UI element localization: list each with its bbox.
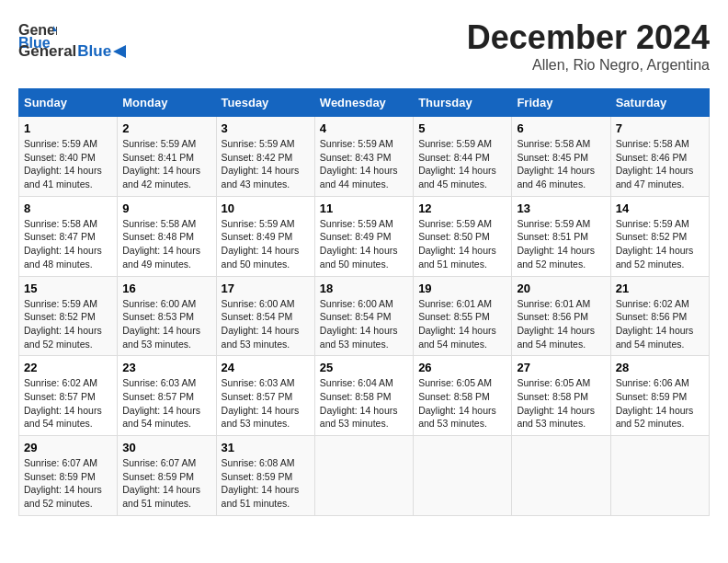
svg-marker-3 (113, 45, 126, 58)
cell-info: Sunrise: 5:59 AMSunset: 8:44 PMDaylight:… (418, 138, 496, 190)
calendar-cell: 8Sunrise: 5:58 AMSunset: 8:47 PMDaylight… (19, 196, 118, 276)
day-number: 22 (24, 361, 112, 374)
header: General Blue General Blue December 2024 … (18, 18, 710, 74)
calendar-header-row: SundayMondayTuesdayWednesdayThursdayFrid… (19, 89, 710, 117)
calendar-cell (610, 436, 709, 516)
calendar-cell: 26Sunrise: 6:05 AMSunset: 8:58 PMDayligh… (414, 356, 512, 436)
calendar-cell: 5Sunrise: 5:59 AMSunset: 8:44 PMDaylight… (414, 117, 512, 197)
week-row-1: 1Sunrise: 5:59 AMSunset: 8:40 PMDaylight… (19, 117, 710, 197)
cell-info: Sunrise: 5:59 AMSunset: 8:49 PMDaylight:… (222, 218, 300, 270)
calendar-cell: 18Sunrise: 6:00 AMSunset: 8:54 PMDayligh… (314, 276, 413, 356)
cell-info: Sunrise: 5:58 AMSunset: 8:48 PMDaylight:… (122, 218, 200, 270)
cell-info: Sunrise: 6:01 AMSunset: 8:56 PMDaylight:… (517, 298, 595, 350)
calendar-cell: 6Sunrise: 5:58 AMSunset: 8:45 PMDaylight… (512, 117, 610, 197)
cell-info: Sunrise: 6:07 AMSunset: 8:59 PMDaylight:… (24, 457, 102, 509)
cell-info: Sunrise: 5:59 AMSunset: 8:43 PMDaylight:… (320, 138, 398, 190)
day-number: 24 (222, 361, 310, 374)
calendar-table: SundayMondayTuesdayWednesdayThursdayFrid… (18, 88, 710, 516)
calendar-cell: 20Sunrise: 6:01 AMSunset: 8:56 PMDayligh… (512, 276, 610, 356)
day-number: 4 (320, 121, 408, 135)
calendar-cell: 3Sunrise: 5:59 AMSunset: 8:42 PMDaylight… (216, 117, 314, 197)
cell-info: Sunrise: 5:59 AMSunset: 8:40 PMDaylight:… (24, 138, 102, 190)
calendar-cell: 19Sunrise: 6:01 AMSunset: 8:55 PMDayligh… (414, 276, 512, 356)
day-number: 25 (320, 361, 408, 374)
calendar-cell: 7Sunrise: 5:58 AMSunset: 8:46 PMDaylight… (610, 117, 709, 197)
day-number: 8 (24, 201, 112, 215)
day-number: 17 (222, 282, 310, 295)
calendar-cell (414, 436, 512, 516)
logo-blue: Blue (77, 42, 111, 61)
day-number: 3 (222, 121, 310, 135)
cell-info: Sunrise: 5:59 AMSunset: 8:49 PMDaylight:… (320, 218, 398, 270)
day-number: 21 (616, 282, 704, 295)
day-number: 29 (24, 441, 112, 454)
calendar-cell: 23Sunrise: 6:03 AMSunset: 8:57 PMDayligh… (118, 356, 216, 436)
week-row-2: 8Sunrise: 5:58 AMSunset: 8:47 PMDaylight… (19, 196, 710, 276)
day-number: 20 (517, 282, 605, 295)
week-row-5: 29Sunrise: 6:07 AMSunset: 8:59 PMDayligh… (19, 436, 710, 516)
day-number: 23 (122, 361, 210, 374)
day-number: 14 (616, 201, 704, 215)
logo-triangle-icon (113, 45, 126, 58)
cell-info: Sunrise: 5:59 AMSunset: 8:52 PMDaylight:… (616, 218, 694, 270)
header-thursday: Thursday (414, 89, 512, 117)
day-number: 12 (418, 201, 506, 215)
logo: General Blue General Blue (18, 18, 126, 61)
calendar-cell: 12Sunrise: 5:59 AMSunset: 8:50 PMDayligh… (414, 196, 512, 276)
page-title: December 2024 (467, 18, 710, 57)
cell-info: Sunrise: 6:01 AMSunset: 8:55 PMDaylight:… (418, 298, 496, 350)
cell-info: Sunrise: 5:59 AMSunset: 8:42 PMDaylight:… (222, 138, 300, 190)
day-number: 7 (616, 121, 704, 135)
day-number: 6 (517, 121, 605, 135)
day-number: 5 (418, 121, 506, 135)
day-number: 2 (122, 121, 210, 135)
cell-info: Sunrise: 6:03 AMSunset: 8:57 PMDaylight:… (122, 377, 200, 429)
day-number: 13 (517, 201, 605, 215)
week-row-3: 15Sunrise: 5:59 AMSunset: 8:52 PMDayligh… (19, 276, 710, 356)
calendar-cell: 11Sunrise: 5:59 AMSunset: 8:49 PMDayligh… (314, 196, 413, 276)
cell-info: Sunrise: 5:59 AMSunset: 8:50 PMDaylight:… (418, 218, 496, 270)
cell-info: Sunrise: 6:05 AMSunset: 8:58 PMDaylight:… (418, 377, 496, 429)
cell-info: Sunrise: 6:00 AMSunset: 8:53 PMDaylight:… (122, 298, 200, 350)
cell-info: Sunrise: 6:07 AMSunset: 8:59 PMDaylight:… (122, 457, 200, 509)
cell-info: Sunrise: 6:06 AMSunset: 8:59 PMDaylight:… (616, 377, 694, 429)
calendar-cell: 17Sunrise: 6:00 AMSunset: 8:54 PMDayligh… (216, 276, 314, 356)
calendar-cell: 15Sunrise: 5:59 AMSunset: 8:52 PMDayligh… (19, 276, 118, 356)
day-number: 1 (24, 121, 112, 135)
calendar-cell: 21Sunrise: 6:02 AMSunset: 8:56 PMDayligh… (610, 276, 709, 356)
calendar-cell: 25Sunrise: 6:04 AMSunset: 8:58 PMDayligh… (314, 356, 413, 436)
calendar-cell (314, 436, 413, 516)
cell-info: Sunrise: 6:04 AMSunset: 8:58 PMDaylight:… (320, 377, 398, 429)
calendar-cell: 22Sunrise: 6:02 AMSunset: 8:57 PMDayligh… (19, 356, 118, 436)
cell-info: Sunrise: 5:59 AMSunset: 8:52 PMDaylight:… (24, 298, 102, 350)
cell-info: Sunrise: 5:58 AMSunset: 8:46 PMDaylight:… (616, 138, 694, 190)
calendar-cell: 4Sunrise: 5:59 AMSunset: 8:43 PMDaylight… (314, 117, 413, 197)
day-number: 19 (418, 282, 506, 295)
calendar-cell: 31Sunrise: 6:08 AMSunset: 8:59 PMDayligh… (216, 436, 314, 516)
cell-info: Sunrise: 6:02 AMSunset: 8:56 PMDaylight:… (616, 298, 694, 350)
day-number: 11 (320, 201, 408, 215)
day-number: 10 (222, 201, 310, 215)
title-area: December 2024 Allen, Rio Negro, Argentin… (467, 18, 710, 74)
header-tuesday: Tuesday (216, 89, 314, 117)
calendar-cell: 14Sunrise: 5:59 AMSunset: 8:52 PMDayligh… (610, 196, 709, 276)
cell-info: Sunrise: 5:58 AMSunset: 8:47 PMDaylight:… (24, 218, 102, 270)
day-number: 27 (517, 361, 605, 374)
day-number: 16 (122, 282, 210, 295)
cell-info: Sunrise: 5:59 AMSunset: 8:51 PMDaylight:… (517, 218, 595, 270)
day-number: 31 (222, 441, 310, 454)
day-number: 18 (320, 282, 408, 295)
page-subtitle: Allen, Rio Negro, Argentina (467, 57, 710, 74)
cell-info: Sunrise: 6:08 AMSunset: 8:59 PMDaylight:… (222, 457, 300, 509)
header-monday: Monday (118, 89, 216, 117)
calendar-cell: 28Sunrise: 6:06 AMSunset: 8:59 PMDayligh… (610, 356, 709, 436)
week-row-4: 22Sunrise: 6:02 AMSunset: 8:57 PMDayligh… (19, 356, 710, 436)
logo-general: General (18, 42, 76, 61)
calendar-cell: 2Sunrise: 5:59 AMSunset: 8:41 PMDaylight… (118, 117, 216, 197)
calendar-cell: 30Sunrise: 6:07 AMSunset: 8:59 PMDayligh… (118, 436, 216, 516)
cell-info: Sunrise: 6:02 AMSunset: 8:57 PMDaylight:… (24, 377, 102, 429)
header-friday: Friday (512, 89, 610, 117)
day-number: 15 (24, 282, 112, 295)
calendar-cell: 10Sunrise: 5:59 AMSunset: 8:49 PMDayligh… (216, 196, 314, 276)
day-number: 9 (122, 201, 210, 215)
